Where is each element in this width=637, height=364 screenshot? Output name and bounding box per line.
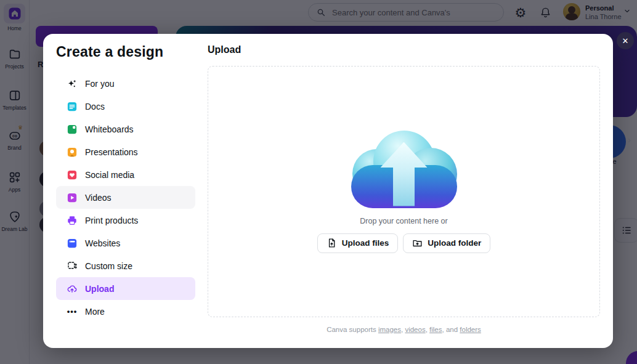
list-item-more[interactable]: ••• More xyxy=(56,300,195,323)
folder-upload-icon xyxy=(412,238,423,248)
supported-formats-text: Canva supports images, videos, files, an… xyxy=(208,326,600,333)
drop-hint-text: Drop your content here or xyxy=(360,217,447,225)
list-item-label: Websites xyxy=(85,238,120,248)
social-media-icon xyxy=(67,169,78,180)
modal-title: Create a design xyxy=(56,44,163,60)
list-item-label: Videos xyxy=(85,193,112,203)
list-item-label: Social media xyxy=(85,170,134,180)
panel-title: Upload xyxy=(208,44,241,55)
video-icon xyxy=(67,192,78,203)
upload-dropzone[interactable]: Drop your content here or Upload files U… xyxy=(208,66,600,317)
list-item-whiteboards[interactable]: Whiteboards xyxy=(56,118,195,140)
close-icon[interactable]: ✕ xyxy=(617,32,634,49)
list-item-social-media[interactable]: Social media xyxy=(56,163,195,186)
whiteboard-icon xyxy=(67,124,78,135)
list-item-websites[interactable]: Websites xyxy=(56,232,195,254)
presentation-icon xyxy=(67,147,78,158)
docs-icon xyxy=(67,101,78,112)
more-dots-icon: ••• xyxy=(67,306,78,317)
custom-size-icon xyxy=(67,261,78,272)
upload-files-button[interactable]: Upload files xyxy=(317,233,399,253)
list-item-label: For you xyxy=(85,79,114,89)
website-icon xyxy=(67,238,78,249)
upload-folder-button[interactable]: Upload folder xyxy=(403,233,490,253)
list-item-for-you[interactable]: For you xyxy=(56,72,195,95)
list-item-custom-size[interactable]: Custom size xyxy=(56,254,195,277)
list-item-label: Custom size xyxy=(85,261,132,271)
list-item-label: Whiteboards xyxy=(85,124,134,134)
file-upload-icon xyxy=(327,238,337,248)
folders-link[interactable]: folders xyxy=(460,326,481,333)
sparkles-icon xyxy=(67,78,78,89)
list-item-docs[interactable]: Docs xyxy=(56,95,195,118)
list-item-videos[interactable]: Videos xyxy=(56,186,195,209)
list-item-label: Upload xyxy=(85,284,114,294)
list-item-label: Print products xyxy=(85,216,138,225)
images-link[interactable]: images xyxy=(378,326,401,333)
list-item-presentations[interactable]: Presentations xyxy=(56,140,195,163)
upload-cloud-icon xyxy=(67,283,78,294)
list-item-label: Docs xyxy=(85,102,105,111)
list-item-print-products[interactable]: Print products xyxy=(56,209,195,232)
create-design-modal: Create a design For you Docs Whiteboards… xyxy=(43,34,613,348)
list-item-label: More xyxy=(85,307,105,317)
videos-link[interactable]: videos xyxy=(405,326,425,333)
list-item-upload[interactable]: Upload xyxy=(56,277,195,300)
files-link[interactable]: files xyxy=(429,326,442,333)
button-label: Upload files xyxy=(342,238,389,248)
design-type-list: For you Docs Whiteboards Presentations S… xyxy=(56,72,195,323)
upload-cloud-illustration xyxy=(351,131,457,208)
list-item-label: Presentations xyxy=(85,147,138,157)
button-label: Upload folder xyxy=(428,238,481,248)
printer-icon xyxy=(67,215,78,226)
